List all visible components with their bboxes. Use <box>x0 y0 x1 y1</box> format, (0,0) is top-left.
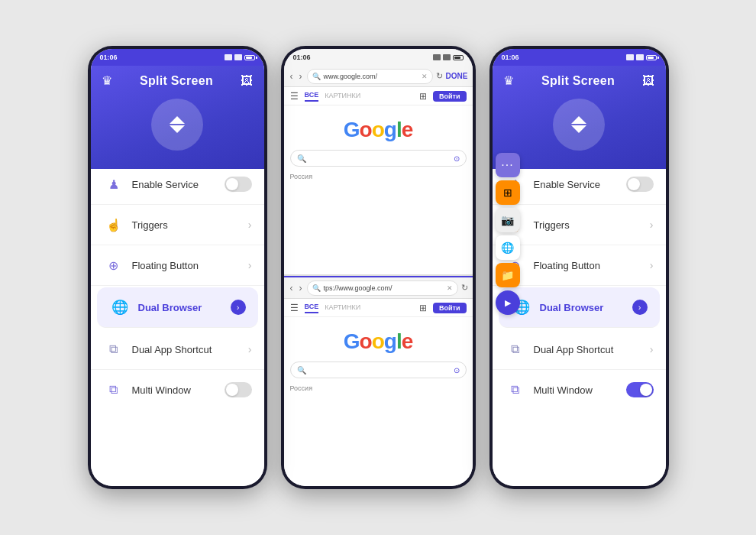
float-chrome-btn[interactable]: 🌐 <box>496 235 520 260</box>
right-gallery-icon: 🖼 <box>642 74 654 88</box>
right-arrow-down-icon <box>571 125 586 133</box>
top-done-btn[interactable]: DONE <box>446 72 468 80</box>
right-dual-browser-chevron: › <box>632 300 648 315</box>
right-clone-icon: ⧉ <box>505 339 526 360</box>
left-window-icon: ⧉ <box>103 379 124 400</box>
right-menu-dual-browser[interactable]: 🌐 Dual Browser › <box>499 287 660 328</box>
bottom-forward-btn[interactable]: › <box>298 283 304 293</box>
top-grid-icon[interactable]: ⊞ <box>419 91 427 102</box>
float-dots-btn[interactable]: ··· <box>496 153 520 177</box>
left-menu-triggers[interactable]: ☝ Triggers › <box>91 205 264 245</box>
right-header-top: ♛ Split Screen 🖼 <box>503 73 655 88</box>
gallery-icon: 🖼 <box>241 74 253 88</box>
top-url-box[interactable]: 🔍 www.google.com/ ✕ <box>307 69 433 84</box>
left-menu-dual-app-shortcut[interactable]: ⧉ Dual App Shortcut › <box>91 329 264 370</box>
bottom-login-btn[interactable]: Войти <box>433 303 466 313</box>
top-back-btn[interactable]: ‹ <box>289 71 295 82</box>
bottom-browser: ‹ › 🔍 tps://www.google.com/ ✕ ↻ ☰ ВСЕ КА… <box>284 277 473 486</box>
screens-container: 01:06 ♛ Split Screen 🖼 <box>73 31 684 504</box>
bottom-tab-images[interactable]: КАРТИНКИ <box>325 303 360 313</box>
right-multi-window-toggle[interactable] <box>626 382 654 397</box>
bottom-region-label: Россия <box>290 384 313 392</box>
top-search-box[interactable]: 🔍 ⊙ <box>290 150 467 167</box>
m-wifi-icon <box>443 54 451 60</box>
bottom-back-btn[interactable]: ‹ <box>289 283 295 293</box>
bottom-url-close[interactable]: ✕ <box>447 284 453 292</box>
left-menu-enable-service[interactable]: ♟ Enable Service <box>91 164 264 205</box>
top-browser: ‹ › 🔍 www.google.com/ ✕ ↻ DONE ☰ ВСЕ КАР… <box>284 66 473 276</box>
left-floating-button-label: Floating Button <box>132 260 248 271</box>
top-hamburger-icon[interactable]: ☰ <box>290 91 299 102</box>
left-triggers-label: Triggers <box>132 219 248 231</box>
float-camera-btn[interactable]: 📷 <box>496 208 520 232</box>
bottom-hamburger-icon[interactable]: ☰ <box>290 303 299 313</box>
left-header-title: Split Screen <box>140 74 213 88</box>
crown-icon: ♛ <box>102 73 112 88</box>
wifi-icon <box>234 54 242 60</box>
top-search-icon: 🔍 <box>312 73 321 80</box>
right-enable-service-toggle[interactable] <box>626 177 654 192</box>
signal-icon <box>225 54 232 60</box>
right-logo-arrows <box>571 116 586 133</box>
right-phone: ··· ⊞ 📷 🌐 📁 ▶ 01:06 <box>489 46 669 489</box>
top-tab-all[interactable]: ВСЕ <box>305 91 319 102</box>
right-floating-toolbar: ··· ⊞ 📷 🌐 📁 ▶ <box>496 153 520 315</box>
float-apps-btn[interactable]: ⊞ <box>496 180 520 205</box>
top-browser-bar: ‹ › 🔍 www.google.com/ ✕ ↻ DONE <box>284 66 473 87</box>
left-multi-window-thumb <box>226 384 238 396</box>
left-menu-multi-window[interactable]: ⧉ Multi Window <box>91 370 264 410</box>
top-refresh-btn[interactable]: ↻ <box>436 71 443 81</box>
left-phone: 01:06 ♛ Split Screen 🖼 <box>88 46 267 489</box>
bottom-refresh-btn[interactable]: ↻ <box>461 283 468 293</box>
left-dual-app-shortcut-label: Dual App Shortcut <box>132 344 248 355</box>
top-tab-images[interactable]: КАРТИНКИ <box>325 92 360 101</box>
right-multi-window-thumb <box>640 384 652 396</box>
m-signal-icon <box>433 54 441 60</box>
left-multi-window-toggle[interactable] <box>225 382 252 397</box>
bottom-cam-icon: ⊙ <box>454 366 460 374</box>
top-browser-toolbar: ☰ ВСЕ КАРТИНКИ ⊞ Войти <box>284 87 473 105</box>
logo-arrows <box>170 116 185 133</box>
right-status-time: 01:06 <box>502 54 519 61</box>
left-logo-circle <box>151 99 203 151</box>
right-floating-button-label: Floating Button <box>534 260 650 271</box>
r-battery-icon <box>646 55 657 60</box>
right-multi-window-label: Multi Window <box>534 384 626 396</box>
middle-status-bar: 01:06 <box>284 49 473 66</box>
float-play-btn[interactable]: ▶ <box>496 290 520 315</box>
top-login-btn[interactable]: Войти <box>433 91 466 102</box>
left-menu-list: ♟ Enable Service ☝ Triggers › <box>91 158 264 486</box>
left-globe-icon: 🌐 <box>109 297 131 318</box>
right-dual-app-shortcut-label: Dual App Shortcut <box>534 344 650 355</box>
left-menu-dual-browser[interactable]: 🌐 Dual Browser › <box>97 287 258 328</box>
bottom-grid-icon[interactable]: ⊞ <box>419 303 427 313</box>
top-google-logo: Google <box>344 118 412 142</box>
right-window-icon: ⧉ <box>505 379 526 400</box>
float-folder-btn[interactable]: 📁 <box>496 263 520 287</box>
top-forward-btn[interactable]: › <box>298 71 304 82</box>
right-status-icons <box>626 54 657 60</box>
left-menu-floating-button[interactable]: ⊕ Floating Button › <box>91 245 264 286</box>
bottom-tab-all[interactable]: ВСЕ <box>305 303 319 313</box>
arrow-down-icon <box>170 125 185 133</box>
r-signal-icon <box>626 54 634 60</box>
left-floating-chevron: › <box>248 259 252 271</box>
bottom-browser-toolbar: ☰ ВСЕ КАРТИНКИ ⊞ Войти <box>284 299 473 317</box>
left-multi-window-label: Multi Window <box>132 384 225 396</box>
bottom-browser-content: Google 🔍 ⊙ Россия <box>284 317 473 486</box>
left-plus-icon: ⊕ <box>103 255 124 276</box>
right-menu-multi-window[interactable]: ⧉ Multi Window <box>493 370 666 410</box>
middle-status-icons <box>433 54 464 60</box>
left-enable-service-toggle[interactable] <box>225 177 252 192</box>
top-url-text: www.google.com/ <box>324 73 418 80</box>
bottom-url-box[interactable]: 🔍 tps://www.google.com/ ✕ <box>307 280 458 296</box>
top-search-icon-small: 🔍 <box>297 154 306 163</box>
bottom-url-text: tps://www.google.com/ <box>324 284 444 292</box>
left-touch-icon: ☝ <box>103 214 124 235</box>
left-triggers-chevron: › <box>248 219 252 231</box>
top-url-close[interactable]: ✕ <box>422 73 428 80</box>
bottom-search-box[interactable]: 🔍 ⊙ <box>290 362 467 378</box>
left-enable-service-label: Enable Service <box>132 179 225 190</box>
middle-phone: 01:06 ‹ › 🔍 www.google.com/ <box>281 46 476 489</box>
right-menu-dual-app-shortcut[interactable]: ⧉ Dual App Shortcut › <box>493 329 666 370</box>
